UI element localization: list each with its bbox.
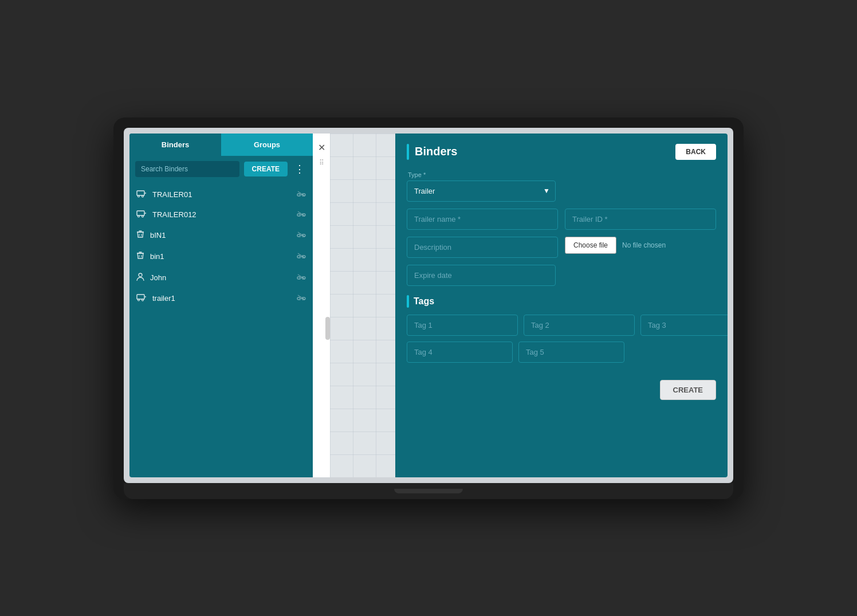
form-title-bar (407, 144, 409, 160)
link-icon (297, 273, 306, 282)
trailer-id-field-group (565, 209, 716, 230)
svg-point-2 (142, 195, 144, 197)
sidebar-tabs: Binders Groups (129, 134, 313, 156)
tag3-input[interactable] (640, 315, 728, 336)
list-item[interactable]: bIN1 (129, 225, 313, 246)
bin-icon (136, 251, 144, 262)
sidebar-toolbar: CREATE ⋮ (129, 156, 313, 182)
list-item-name: TRAILER01 (152, 190, 291, 199)
form-title: Binders (415, 145, 457, 158)
type-select[interactable]: Trailer (407, 181, 556, 202)
list-item[interactable]: TRAILER012 (129, 205, 313, 225)
form-body: Type * Trailer ▼ (395, 166, 728, 374)
form-header: Binders BACK (395, 134, 728, 166)
list-item-name: bIN1 (150, 231, 291, 240)
back-button[interactable]: BACK (675, 144, 716, 160)
panel-divider: ✕ ⠿ (313, 134, 330, 477)
list-item[interactable]: bin1 (129, 246, 313, 267)
link-icon (297, 230, 306, 240)
link-icon (297, 293, 306, 303)
tab-groups[interactable]: Groups (221, 134, 313, 156)
expire-date-field-group (407, 265, 716, 286)
svg-point-21 (138, 299, 140, 301)
list-item-name: trailer1 (152, 294, 291, 303)
choose-file-button[interactable]: Choose file (565, 237, 616, 254)
expire-date-input[interactable] (407, 265, 556, 286)
bin-icon (136, 230, 144, 241)
list-item[interactable]: John (129, 267, 313, 288)
svg-point-22 (142, 299, 144, 301)
drag-icon[interactable]: ⠿ (319, 159, 324, 167)
list-item-name: bin1 (150, 252, 291, 261)
trailer-icon (136, 293, 147, 303)
svg-point-1 (138, 195, 140, 197)
tags-grid (407, 315, 716, 363)
no-file-text: No file chosen (622, 241, 666, 249)
trailer-id-input[interactable] (565, 209, 716, 230)
link-icon (297, 210, 306, 219)
collapse-bar[interactable] (325, 317, 330, 340)
tags-bar (407, 295, 409, 308)
create-binder-button[interactable]: CREATE (244, 162, 288, 176)
type-select-wrapper: Trailer ▼ (407, 181, 556, 202)
type-label: Type * (407, 171, 716, 178)
search-input[interactable] (135, 161, 239, 177)
list-item-name: John (150, 273, 291, 282)
tag5-input[interactable] (518, 342, 624, 363)
tags-row-2 (407, 342, 716, 363)
trailer-icon (136, 190, 147, 199)
person-icon (136, 272, 144, 283)
list-item[interactable]: trailer1 (129, 288, 313, 308)
link-icon (297, 252, 306, 261)
file-field-group: Choose file No file chosen (565, 237, 716, 258)
trailer-icon (136, 210, 147, 219)
tab-binders[interactable]: Binders (129, 134, 221, 156)
tags-section-title: Tags (407, 295, 716, 308)
svg-point-6 (138, 215, 140, 217)
form-panel: Binders BACK Type * Trailer ▼ (395, 134, 728, 477)
sidebar-list: TRAILER01 (129, 182, 313, 477)
description-input[interactable] (407, 237, 558, 258)
trailer-name-input[interactable] (407, 209, 558, 230)
description-file-row: Choose file No file chosen (407, 237, 716, 258)
type-field-group: Type * Trailer ▼ (407, 171, 716, 202)
svg-rect-20 (137, 295, 144, 299)
close-icon[interactable]: ✕ (318, 142, 325, 153)
create-button[interactable]: CREATE (660, 380, 716, 400)
link-icon (297, 190, 306, 199)
map-area (330, 134, 395, 477)
tag4-input[interactable] (407, 342, 513, 363)
form-footer: CREATE (395, 374, 728, 411)
tags-row-1 (407, 315, 716, 336)
more-options-icon[interactable]: ⋮ (292, 160, 307, 178)
svg-rect-0 (137, 191, 144, 195)
file-row: Choose file No file chosen (565, 237, 716, 254)
name-id-row (407, 209, 716, 230)
tags-label: Tags (414, 296, 434, 307)
list-item[interactable]: TRAILER01 (129, 185, 313, 205)
form-title-container: Binders (407, 144, 457, 160)
sidebar: Binders Groups CREATE ⋮ (129, 134, 313, 477)
trailer-name-field-group (407, 209, 558, 230)
tag2-input[interactable] (524, 315, 635, 336)
svg-point-7 (142, 215, 144, 217)
svg-rect-5 (137, 211, 144, 215)
svg-point-18 (139, 273, 142, 277)
list-item-name: TRAILER012 (152, 210, 291, 219)
description-field-group (407, 237, 558, 258)
tag1-input[interactable] (407, 315, 518, 336)
